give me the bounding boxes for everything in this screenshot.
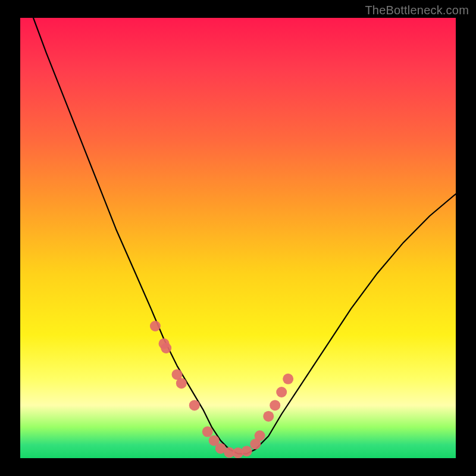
plot-area xyxy=(20,18,456,458)
chart-svg xyxy=(20,18,456,458)
bottleneck-curve-path xyxy=(33,18,456,454)
marker-point xyxy=(242,446,252,456)
marker-point xyxy=(189,400,200,411)
watermark-text: TheBottleneck.com xyxy=(365,4,469,17)
marker-point xyxy=(276,387,287,397)
marker-point xyxy=(263,411,274,422)
chart-frame: TheBottleneck.com xyxy=(0,0,476,476)
marker-point xyxy=(283,374,293,384)
marker-point xyxy=(161,343,171,353)
marker-point xyxy=(202,427,213,437)
marker-point xyxy=(270,400,280,411)
marker-point xyxy=(255,430,265,441)
marker-point xyxy=(176,378,187,389)
marker-point xyxy=(150,321,161,331)
